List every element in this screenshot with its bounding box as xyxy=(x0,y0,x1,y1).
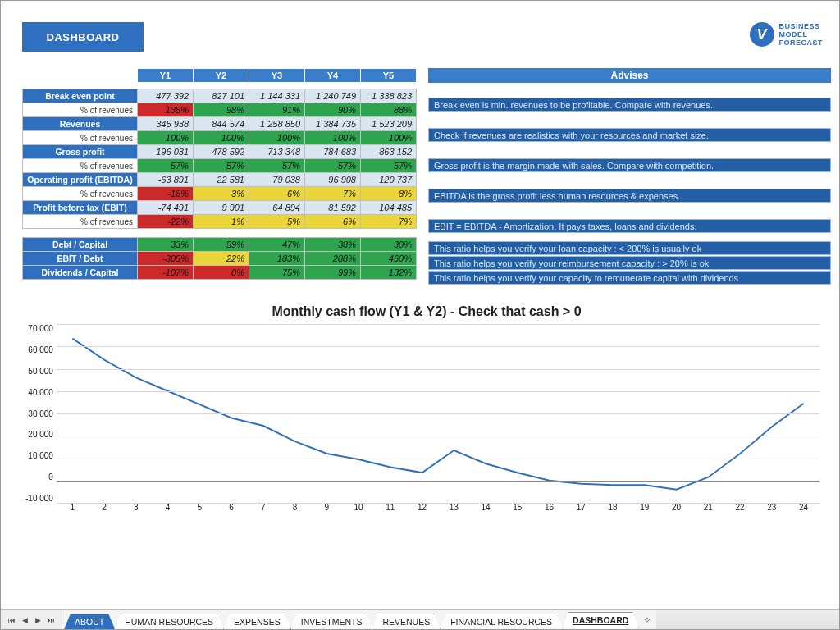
cell[interactable]: 827 101 xyxy=(194,89,249,103)
x-tick-label: 23 xyxy=(756,503,788,514)
x-tick-label: 4 xyxy=(152,503,184,514)
cell[interactable]: -22% xyxy=(138,215,194,229)
sheet-tab-revenues[interactable]: REVENUES xyxy=(372,614,441,629)
tab-last-icon[interactable]: ⏭ xyxy=(45,614,57,626)
cell[interactable]: 57% xyxy=(138,159,194,173)
cell[interactable]: 8% xyxy=(361,187,417,201)
row-label: Dividends / Capital xyxy=(23,266,138,280)
cell[interactable]: 713 348 xyxy=(249,145,305,159)
table-row: Profit before tax (EBIT)-74 4919 90164 8… xyxy=(23,201,417,215)
sheet-tab-financial-resources[interactable]: FINANCIAL RESOURCES xyxy=(440,614,563,629)
cell[interactable]: 99% xyxy=(305,266,361,280)
sheet-tab-human-resources[interactable]: HUMAN RESOURCES xyxy=(114,614,224,629)
cell[interactable]: 138% xyxy=(138,103,194,117)
cell[interactable]: -74 491 xyxy=(138,201,194,215)
cell[interactable]: 64 894 xyxy=(249,201,305,215)
table-row: % of revenues-18%3%6%7%8% xyxy=(23,187,417,201)
cell[interactable]: 6% xyxy=(249,187,305,201)
cell[interactable]: 7% xyxy=(361,215,417,229)
cell[interactable]: 0% xyxy=(194,266,249,280)
x-tick-label: 16 xyxy=(533,503,565,514)
sheet-tab-expenses[interactable]: EXPENSES xyxy=(223,614,291,629)
cell[interactable]: 100% xyxy=(305,131,361,145)
cell[interactable]: 100% xyxy=(138,131,194,145)
cell[interactable]: 1 240 749 xyxy=(305,89,361,103)
cell[interactable]: 863 152 xyxy=(361,145,417,159)
cell[interactable]: 91% xyxy=(249,103,305,117)
cell[interactable]: 1 258 850 xyxy=(249,117,305,131)
cell[interactable]: 79 038 xyxy=(249,173,305,187)
row-label: Revenues xyxy=(23,117,138,131)
cell[interactable]: 90% xyxy=(305,103,361,117)
cell[interactable]: 100% xyxy=(361,131,417,145)
row-label: Break even point xyxy=(23,89,138,103)
cell[interactable]: 6% xyxy=(305,215,361,229)
cell[interactable]: -63 891 xyxy=(138,173,194,187)
cell[interactable]: 38% xyxy=(305,238,361,252)
cell[interactable]: 81 592 xyxy=(305,201,361,215)
cell[interactable]: 7% xyxy=(305,187,361,201)
cell[interactable]: 1 384 735 xyxy=(305,117,361,131)
cell[interactable]: 33% xyxy=(138,238,194,252)
cell[interactable]: 288% xyxy=(305,252,361,266)
sheet-tab-investments[interactable]: INVESTMENTS xyxy=(290,614,373,629)
cell[interactable]: 57% xyxy=(361,159,417,173)
cell[interactable]: 22 581 xyxy=(194,173,249,187)
table-row: Dividends / Capital-107%0%75%99%132% xyxy=(23,266,417,280)
cell[interactable]: 460% xyxy=(361,252,417,266)
cell[interactable]: 75% xyxy=(249,266,305,280)
x-tick-label: 24 xyxy=(788,503,819,514)
cell[interactable]: 1 338 823 xyxy=(361,89,417,103)
table-row: Operating profit (EBITDA)-63 89122 58179… xyxy=(23,173,417,187)
table-row: Break even point477 392827 1011 144 3311… xyxy=(23,89,417,103)
cell[interactable]: -18% xyxy=(138,187,194,201)
cell[interactable]: 57% xyxy=(249,159,305,173)
row-label: EBIT / Debt xyxy=(23,252,138,266)
cell[interactable]: 183% xyxy=(249,252,305,266)
cell[interactable]: 100% xyxy=(249,131,305,145)
cell[interactable]: 5% xyxy=(249,215,305,229)
cell[interactable]: 3% xyxy=(194,187,249,201)
cell[interactable]: 100% xyxy=(194,131,249,145)
cell[interactable]: 784 683 xyxy=(305,145,361,159)
table-row: % of revenues-22%1%5%6%7% xyxy=(23,215,417,229)
cell[interactable]: 1 523 209 xyxy=(361,117,417,131)
x-tick-label: 3 xyxy=(120,503,152,514)
cell[interactable]: 345 938 xyxy=(138,117,194,131)
x-tick-label: 5 xyxy=(184,503,216,514)
cell[interactable]: -107% xyxy=(138,266,194,280)
tab-next-icon[interactable]: ▶ xyxy=(32,614,43,626)
sheet-tab-dashboard[interactable]: DASHBOARD xyxy=(562,612,639,629)
cell[interactable]: 196 031 xyxy=(138,145,194,159)
x-tick-label: 7 xyxy=(247,503,279,514)
cell[interactable]: -305% xyxy=(138,252,194,266)
cell[interactable]: 22% xyxy=(194,252,249,266)
cell[interactable]: 104 485 xyxy=(361,201,417,215)
cell[interactable]: 132% xyxy=(361,266,417,280)
cell[interactable]: 9 901 xyxy=(194,201,249,215)
cell[interactable]: 1 144 331 xyxy=(249,89,305,103)
cell[interactable]: 120 737 xyxy=(361,173,417,187)
tab-prev-icon[interactable]: ◀ xyxy=(19,614,30,626)
advise-line: This ratio helps you verify your reimbur… xyxy=(428,256,831,270)
cell[interactable]: 844 574 xyxy=(194,117,249,131)
cell[interactable]: 1% xyxy=(194,215,249,229)
col-y1: Y1 xyxy=(138,69,194,83)
ratio-table: Debt / Capital33%59%47%38%30%EBIT / Debt… xyxy=(22,237,417,280)
cell[interactable]: 477 392 xyxy=(138,89,194,103)
cell[interactable]: 57% xyxy=(194,159,249,173)
cell[interactable]: 59% xyxy=(194,238,249,252)
sheet-tab-about[interactable]: ABOUT xyxy=(64,614,115,629)
new-sheet-icon[interactable]: ✧ xyxy=(638,610,656,629)
x-tick-label: 6 xyxy=(216,503,248,514)
cell[interactable]: 478 592 xyxy=(194,145,249,159)
cell[interactable]: 30% xyxy=(361,238,417,252)
advise-line: This ratio helps you verify your capacit… xyxy=(428,271,831,285)
cell[interactable]: 88% xyxy=(361,103,417,117)
tab-first-icon[interactable]: ⏮ xyxy=(6,614,17,626)
cell[interactable]: 98% xyxy=(194,103,249,117)
tab-nav[interactable]: ⏮ ◀ ▶ ⏭ xyxy=(1,610,62,629)
cell[interactable]: 47% xyxy=(249,238,305,252)
cell[interactable]: 57% xyxy=(305,159,361,173)
cell[interactable]: 96 908 xyxy=(305,173,361,187)
